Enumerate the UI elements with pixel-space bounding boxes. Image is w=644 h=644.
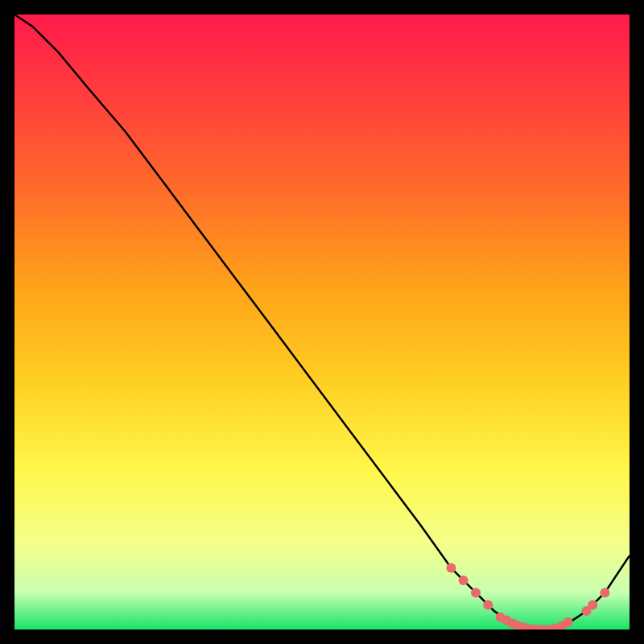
marker-dot [446, 564, 456, 573]
marker-dot [600, 588, 609, 597]
marker-dot [459, 576, 469, 585]
marker-dot [483, 600, 493, 609]
marker-dot [471, 588, 481, 597]
marker-dot [588, 600, 597, 609]
gradient-background [14, 14, 630, 630]
chart-canvas [14, 14, 630, 630]
marker-dot [564, 617, 573, 627]
chart-frame: TheBottleneck.com [14, 14, 630, 630]
